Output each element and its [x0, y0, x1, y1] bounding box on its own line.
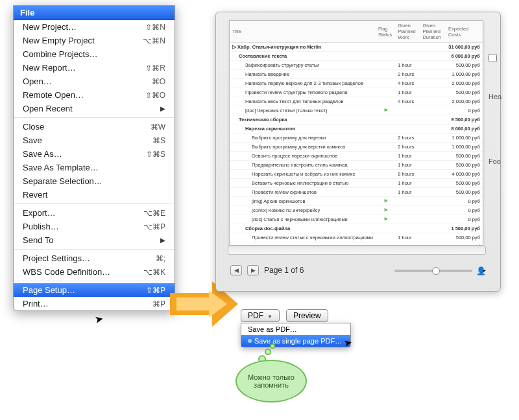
save-as-pdf-item[interactable]: Save as PDF… — [241, 323, 350, 335]
table-row: Провести review структуры типового разде… — [230, 88, 483, 97]
menu-item[interactable]: New Empty Project⌥⌘N — [14, 34, 175, 47]
table-row: Написать первую версию для 2-3 типовых р… — [230, 79, 483, 88]
table-row: Нарезка скриншотов8 000,00 руб — [230, 124, 483, 134]
table-row: Выбрать программу для нарезки2 hours1 00… — [230, 134, 483, 143]
column-header: Given Planned Work — [395, 21, 420, 43]
file-menu-title[interactable]: File — [14, 6, 175, 20]
pdf-dropdown-menu: Save as PDF… Save as single page PDF… — [241, 323, 351, 347]
thought-bubble: Можно только запомнить — [235, 360, 307, 402]
table-row: Составление текста6 000,00 руб — [230, 52, 483, 61]
bubble-trail — [265, 349, 271, 355]
menu-item[interactable]: Revert — [14, 188, 175, 202]
header-checkbox[interactable] — [489, 54, 497, 62]
table-row: [img] Архив скриншотов⚑0 руб — [230, 197, 483, 206]
person-icon: 👤 — [476, 266, 486, 275]
menu-item[interactable]: Print…⌘P — [14, 297, 175, 310]
page-indicator: Page 1 of 6 — [264, 266, 304, 275]
column-header: Flag Status — [376, 21, 395, 43]
table-row: ▷ Хабр. Статья-инструкция по Merlin31 00… — [230, 43, 483, 52]
print-preview-panel: TitleFlag StatusGiven Planned WorkGiven … — [215, 12, 501, 292]
zoom-slider[interactable] — [394, 270, 472, 272]
menu-item[interactable]: New Report…⇧⌘R — [14, 61, 175, 75]
preview-page: TitleFlag StatusGiven Planned WorkGiven … — [229, 20, 483, 246]
menu-item[interactable]: Send To▶ — [14, 233, 175, 247]
pdf-dropdown-button[interactable]: PDF▼ — [241, 309, 280, 322]
table-row: Провести review статьи с черновыми иллюс… — [230, 233, 483, 242]
column-header: Given Planned Duration — [420, 21, 446, 43]
menu-item[interactable]: Open…⌘O — [14, 75, 175, 88]
menu-item[interactable]: Save As…⇧⌘S — [14, 147, 175, 161]
table-row: Предварительно настроить стиль комикса1 … — [230, 161, 483, 170]
pager: ◀ ▶ Page 1 of 6 — [230, 265, 304, 275]
header-label: Hea — [489, 77, 519, 116]
menu-item[interactable]: Save⌘S — [14, 134, 175, 147]
table-row: Выбрать программу для верстки комикса2 h… — [230, 143, 483, 152]
save-as-single-page-pdf-item[interactable]: Save as single page PDF… — [241, 335, 350, 347]
preview-button[interactable]: Preview — [286, 309, 328, 322]
prev-page-button[interactable]: ◀ — [230, 265, 242, 275]
column-header: Expected Costs — [446, 21, 483, 43]
zoom-control[interactable]: 👤 — [394, 266, 486, 275]
menu-item[interactable]: Combine Projects… — [14, 47, 175, 61]
table-row: Провести review скриншотов1 hour500,00 р… — [230, 188, 483, 197]
column-header: Title — [230, 21, 376, 43]
table-row: Нарезать скриншоты и собрать из них коми… — [230, 170, 483, 179]
menu-item[interactable]: Separate Selection… — [14, 174, 175, 188]
table-row: [doc] Статья с черновыми иллюстрациями⚑0… — [230, 215, 483, 224]
table-row: Вставить черновые иллюстрации в статью1 … — [230, 179, 483, 188]
project-table: TitleFlag StatusGiven Planned WorkGiven … — [230, 21, 483, 246]
menu-item[interactable]: Close⌘W — [14, 120, 175, 134]
menu-item[interactable]: Remote Open…⇧⌘O — [14, 88, 175, 102]
bubble-trail — [270, 344, 275, 349]
table-row: [comix] Комикс по интерфейсу⚑0 руб — [230, 206, 483, 215]
cursor-icon: ➤ — [93, 312, 104, 326]
table-row: Написать весь текст для типовых разделов… — [230, 97, 483, 106]
table-row: [doc] Черновик статьи (только текст)⚑0 р… — [230, 106, 483, 115]
menu-item[interactable]: WBS Code Definition…⌥⌘K — [14, 265, 175, 279]
table-row: Освоить процесс нарезки скриншотов1 hour… — [230, 152, 483, 161]
table-row: Написать введение2 hours1 000,00 руб — [230, 70, 483, 79]
table-row: Зафиксировать структуру статьи1 hour500,… — [230, 61, 483, 70]
menu-item[interactable]: Save As Template… — [14, 161, 175, 174]
table-row: Техническая сборка9 500,00 руб — [230, 115, 483, 124]
table-row: Сборка doc-файла1 500,00 руб — [230, 224, 483, 233]
footer-label: Foo — [489, 142, 519, 181]
menu-item[interactable]: New Project…⇧⌘N — [14, 20, 175, 34]
menu-item[interactable]: Project Settings…⌘; — [14, 251, 175, 265]
next-page-button[interactable]: ▶ — [247, 265, 259, 275]
scroll-bar[interactable] — [228, 246, 486, 255]
menu-item[interactable]: Export…⌥⌘E — [14, 206, 175, 220]
menu-item[interactable]: Open Recent▶ — [14, 102, 175, 115]
pdf-controls: PDF▼ Preview — [241, 309, 328, 322]
menu-item[interactable]: Page Setup…⇧⌘P — [14, 283, 175, 297]
side-controls: Hea Foo — [489, 38, 519, 181]
file-menu: File New Project…⇧⌘NNew Empty Project⌥⌘N… — [13, 5, 175, 311]
menu-item[interactable]: Publish…⌥⌘P — [14, 220, 175, 233]
